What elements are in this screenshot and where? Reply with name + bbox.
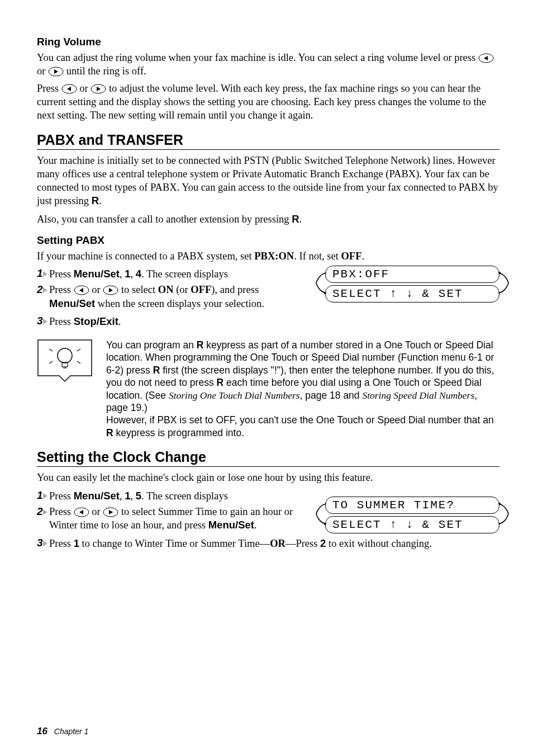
step-number-2: 2 — [37, 505, 49, 518]
text: Press — [49, 268, 74, 280]
text: —Press — [285, 538, 320, 549]
text: , — [130, 268, 135, 280]
key-1: 1 — [74, 537, 79, 549]
lcd-line-2: SELECT ↑ ↓ & SET — [325, 516, 499, 533]
text: If your machine is connected to a PABX s… — [37, 251, 254, 262]
key-r: R — [197, 339, 204, 351]
step-arrow-icon — [43, 509, 47, 515]
lcd-line-1: TO SUMMER TIME? — [325, 497, 499, 514]
text-bold: OFF — [191, 284, 211, 295]
lcd-display-clock: TO SUMMER TIME? SELECT ↑ ↓ & SET — [325, 497, 499, 533]
svg-line-10 — [49, 349, 53, 351]
nav-left-icon — [61, 84, 77, 94]
text: . — [118, 316, 121, 327]
text-bold: ON — [158, 284, 174, 295]
step-text: Press Menu/Set, 1, 5. The screen display… — [49, 489, 228, 503]
text: or — [79, 83, 91, 94]
step-1: 1 Press Menu/Set, 1, 4. The screen displ… — [37, 267, 299, 281]
text: Also, you can transfer a call to another… — [37, 214, 292, 225]
key-r: R — [153, 365, 160, 376]
step-arrow-icon — [43, 541, 47, 546]
step-arrow-icon — [43, 319, 47, 324]
ring-volume-para2: Press or to adjust the volume level. Wit… — [37, 82, 499, 122]
key-menuset: Menu/Set — [49, 297, 95, 309]
text: ), and press — [211, 284, 259, 295]
pabx-heading: PABX and TRANSFER — [37, 132, 499, 148]
section-rule — [37, 149, 499, 150]
page-number: 16 — [37, 726, 47, 736]
svg-line-13 — [77, 361, 80, 363]
text: , page 18 and — [300, 390, 363, 401]
text-bold: OR — [270, 538, 285, 549]
key-menuset: Menu/Set — [74, 490, 120, 502]
key-r: R — [217, 377, 224, 388]
key-1: 1 — [125, 268, 130, 280]
lightbulb-tip-icon — [37, 339, 93, 382]
lcd-connector-icon — [495, 503, 510, 525]
step-number-1: 1 — [37, 267, 49, 280]
step-arrow-icon — [43, 493, 47, 499]
nav-right-icon — [103, 285, 118, 295]
pabx-para1: Your machine is initially set to be conn… — [37, 154, 499, 208]
lcd-line-2: SELECT ↑ ↓ & SET — [325, 285, 499, 303]
pabx-para2: Also, you can transfer a call to another… — [37, 212, 499, 226]
text-bold: PBX:ON — [254, 251, 294, 262]
lcd-connector-icon — [495, 272, 510, 294]
step-number-3: 3 — [37, 315, 49, 327]
setting-pabx-intro: If your machine is connected to a PABX s… — [37, 250, 499, 263]
step-3: 3 Press 1 to change to Winter Time or Su… — [37, 537, 499, 551]
lcd-display-pabx: PBX:OFF SELECT ↑ ↓ & SET — [325, 266, 499, 303]
tip-text: You can program an R keypress as part of… — [106, 339, 499, 439]
text: (or — [174, 284, 191, 295]
key-r: R — [106, 427, 113, 438]
key-r: R — [292, 213, 299, 225]
step-2: 2 Press or to select ON (or OFF), and pr… — [37, 284, 299, 310]
chapter-label: Chapter 1 — [54, 727, 88, 736]
tip-block: You can program an R keypress as part of… — [37, 339, 499, 439]
text: or — [92, 284, 103, 295]
nav-left-icon — [74, 507, 89, 517]
text: However, if PBX is set to OFF, you can't… — [106, 414, 494, 426]
text: . — [299, 214, 302, 225]
lcd-line-1: PBX:OFF — [325, 266, 499, 283]
ring-volume-heading: Ring Volume — [37, 36, 499, 48]
lcd-connector-icon — [315, 272, 330, 294]
text: You can program an — [106, 339, 197, 351]
step-text: Press or to select ON (or OFF), and pres… — [49, 284, 299, 310]
text: , — [120, 490, 125, 502]
text: keypress is programmed into. — [113, 427, 244, 438]
text: until the ring is off. — [66, 65, 146, 77]
clock-intro: You can easily let the machine's clock g… — [37, 471, 499, 485]
text: . The screen displays — [141, 268, 228, 280]
clock-heading: Setting the Clock Change — [37, 449, 499, 465]
svg-marker-6 — [38, 340, 92, 381]
text: Your machine is initially set to be conn… — [37, 155, 498, 206]
key-r: R — [92, 195, 99, 206]
key-5: 5 — [136, 490, 141, 502]
text: to exit without changing. — [326, 538, 432, 549]
ring-volume-para1: You can adjust the ring volume when your… — [37, 51, 499, 78]
xref: Storing Speed Dial Numbers — [362, 390, 474, 401]
text: when the screen displays your selection. — [95, 298, 264, 309]
text: Press — [37, 83, 61, 94]
key-stopexit: Stop/Exit — [74, 315, 118, 327]
svg-line-12 — [49, 361, 53, 363]
nav-left-icon — [74, 285, 89, 295]
key-2: 2 — [320, 537, 326, 549]
text: . If not, set — [294, 251, 341, 262]
svg-point-7 — [58, 348, 72, 363]
step-number-3: 3 — [37, 537, 49, 549]
nav-right-icon — [48, 67, 64, 77]
lcd-connector-icon — [315, 503, 330, 525]
step-1: 1 Press Menu/Set, 1, 5. The screen displ… — [37, 489, 299, 503]
nav-left-icon — [478, 53, 494, 63]
step-arrow-icon — [43, 271, 47, 277]
step-text: Press 1 to change to Winter Time or Summ… — [49, 537, 432, 551]
key-4: 4 — [136, 268, 141, 280]
step-3: 3 Press Stop/Exit. — [37, 315, 499, 329]
text: Press — [49, 284, 74, 295]
nav-right-icon — [103, 507, 118, 517]
text: to select — [121, 284, 158, 295]
text-bold: OFF — [341, 251, 361, 262]
section-rule — [37, 466, 499, 467]
